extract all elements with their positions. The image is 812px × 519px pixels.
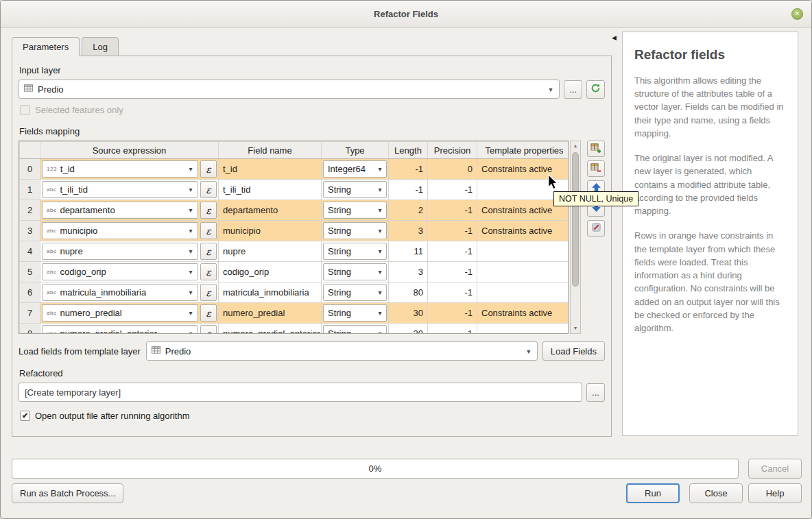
source-expression-combo[interactable]: abc numero_predial ▾: [42, 304, 198, 322]
source-expression-combo[interactable]: abc nupre ▾: [42, 243, 198, 260]
row-index[interactable]: 7: [20, 303, 40, 324]
field-name-cell[interactable]: codigo_orip: [219, 262, 322, 282]
source-expression-combo[interactable]: 123 t_id ▾: [42, 160, 198, 178]
fields-mapping-label: Fields mapping: [19, 126, 605, 136]
type-combo[interactable]: String ▾: [323, 202, 387, 219]
scrollbar-thumb[interactable]: [572, 152, 579, 287]
expression-builder-button[interactable]: ε: [200, 243, 217, 260]
field-name-cell[interactable]: nupre: [219, 241, 322, 262]
length-cell[interactable]: 3: [389, 262, 428, 282]
window-close-button[interactable]: ✕: [791, 8, 803, 20]
expression-builder-button[interactable]: ε: [200, 325, 217, 334]
row-index[interactable]: 6: [20, 282, 40, 303]
row-index[interactable]: 3: [20, 221, 40, 241]
invert-selection-button[interactable]: [587, 220, 605, 237]
expression-builder-button[interactable]: ε: [200, 284, 217, 301]
length-cell[interactable]: 3: [389, 221, 428, 241]
source-expression-combo[interactable]: abc codigo_orip ▾: [42, 263, 198, 280]
title-bar[interactable]: Refactor Fields ✕: [1, 1, 811, 28]
field-name-cell[interactable]: t_ili_tid: [219, 180, 322, 200]
field-name-cell[interactable]: departamento: [219, 200, 322, 221]
length-cell[interactable]: 30: [389, 303, 428, 324]
precision-cell[interactable]: -1: [428, 180, 477, 200]
type-combo[interactable]: String ▾: [323, 243, 387, 260]
template-properties-cell: [477, 241, 569, 262]
length-cell[interactable]: -1: [389, 159, 428, 180]
refactored-output-input[interactable]: [Create temporary layer]: [19, 383, 582, 402]
remove-field-button[interactable]: [587, 160, 605, 177]
type-combo[interactable]: String ▾: [323, 222, 387, 239]
help-button[interactable]: Help: [748, 483, 802, 503]
collapse-panel-icon[interactable]: ◀: [612, 34, 617, 41]
run-button[interactable]: Run: [626, 483, 680, 503]
scroll-up-icon[interactable]: ▲: [571, 141, 580, 151]
scroll-down-icon[interactable]: ▼: [571, 324, 580, 333]
type-combo[interactable]: String ▾: [323, 263, 387, 280]
row-index[interactable]: 1: [20, 180, 40, 200]
table-scrollbar[interactable]: ▲ ▼: [570, 141, 581, 334]
field-name-cell[interactable]: numero_predial: [219, 303, 322, 324]
open-output-checkbox[interactable]: ✔ Open output file after running algorit…: [20, 411, 189, 421]
input-layer-combo[interactable]: Predio ▾: [19, 80, 560, 99]
expression-builder-button[interactable]: ε: [200, 160, 217, 178]
field-name-cell[interactable]: matricula_inmobiliaria: [219, 282, 322, 303]
expression-builder-button[interactable]: ε: [200, 181, 217, 198]
type-cell: Integer64 ▾: [322, 159, 389, 180]
chevron-down-icon: ▾: [185, 330, 196, 334]
load-fields-button[interactable]: Load Fields: [542, 341, 605, 361]
precision-cell[interactable]: -1: [428, 282, 477, 303]
precision-cell[interactable]: -1: [428, 241, 477, 262]
length-cell[interactable]: 11: [389, 241, 428, 262]
field-name-cell[interactable]: t_id: [219, 159, 322, 180]
length-cell[interactable]: 2: [389, 200, 428, 221]
source-expression-combo[interactable]: abc municipio ▾: [42, 222, 198, 239]
expression-builder-button[interactable]: ε: [200, 304, 217, 322]
expression-builder-button[interactable]: ε: [200, 263, 217, 280]
template-properties-cell: Constraints active: [477, 221, 569, 241]
length-cell[interactable]: -1: [389, 180, 428, 200]
type-value: String: [328, 226, 374, 236]
chevron-down-icon: ▾: [185, 206, 196, 214]
row-index[interactable]: 5: [20, 262, 40, 282]
row-index[interactable]: 8: [20, 324, 40, 335]
row-index[interactable]: 4: [20, 241, 40, 262]
expression-builder-button[interactable]: ε: [200, 202, 217, 219]
row-index[interactable]: 0: [20, 159, 40, 180]
scrollbar-track[interactable]: [571, 151, 580, 324]
expression-builder-button[interactable]: ε: [200, 222, 217, 239]
type-combo[interactable]: String ▾: [323, 304, 387, 322]
precision-cell[interactable]: -1: [428, 221, 477, 241]
input-layer-browse-button[interactable]: ...: [564, 80, 582, 99]
type-combo[interactable]: String ▾: [323, 181, 387, 198]
run-as-batch-button[interactable]: Run as Batch Process...: [12, 483, 123, 503]
length-cell[interactable]: 80: [389, 282, 428, 303]
add-field-button[interactable]: [587, 141, 605, 157]
type-cell: String ▾: [322, 303, 389, 324]
input-layer-reload-button[interactable]: [586, 80, 605, 99]
precision-cell[interactable]: 0: [428, 159, 477, 180]
row-index[interactable]: 2: [20, 200, 40, 221]
tab-parameters[interactable]: Parameters: [12, 37, 80, 56]
chevron-down-icon: ▾: [374, 330, 385, 334]
source-expression-combo[interactable]: abc t_ili_tid ▾: [42, 181, 198, 198]
template-layer-combo[interactable]: Predio ▾: [146, 341, 538, 361]
tab-log[interactable]: Log: [82, 37, 119, 56]
refactored-browse-button[interactable]: ...: [586, 383, 605, 402]
type-combo[interactable]: Integer64 ▾: [323, 160, 387, 178]
table-row: 8 abc numero_predial_anterior ▾ ε numero…: [20, 324, 569, 335]
source-expression-combo[interactable]: abc matricula_inmobiliaria ▾: [42, 284, 198, 301]
field-name-cell[interactable]: numero_predial_anterior: [219, 324, 322, 335]
type-combo[interactable]: String ▾: [323, 284, 387, 301]
precision-cell[interactable]: -1: [428, 262, 477, 282]
col-header-field-name: Field name: [219, 142, 322, 159]
field-type-icon: abc: [47, 269, 56, 275]
source-expression-combo[interactable]: abc departamento ▾: [42, 202, 198, 219]
precision-cell[interactable]: -1: [428, 324, 477, 335]
precision-cell[interactable]: -1: [428, 200, 477, 221]
close-button[interactable]: Close: [689, 483, 743, 503]
length-cell[interactable]: 20: [389, 324, 428, 335]
type-combo[interactable]: String ▾: [323, 325, 387, 334]
source-expression-combo[interactable]: abc numero_predial_anterior ▾: [42, 325, 198, 334]
field-name-cell[interactable]: municipio: [219, 221, 322, 241]
precision-cell[interactable]: -1: [428, 303, 477, 324]
